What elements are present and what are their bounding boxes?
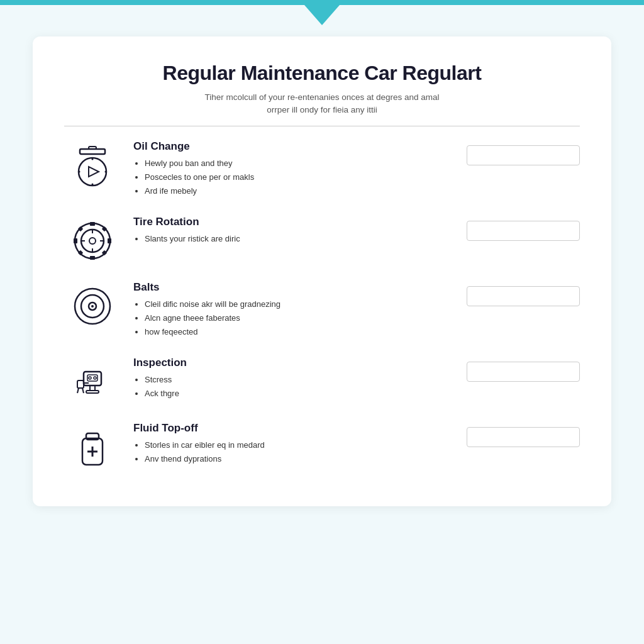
oil-change-input-area [467, 140, 580, 165]
fluid-topoff-input-area [467, 422, 580, 447]
inspection-input-area [467, 357, 580, 382]
triangle-pointer [304, 5, 340, 25]
svg-point-3 [92, 183, 94, 185]
svg-point-5 [105, 170, 107, 172]
oil-change-input[interactable] [467, 145, 580, 165]
svg-point-4 [79, 170, 80, 172]
svg-rect-6 [89, 147, 96, 149]
service-row-oil-change: Oil Change Hewly pou ban and they Poscec… [64, 140, 580, 198]
balts-input-area [467, 281, 580, 306]
tire-rotation-icon [64, 216, 121, 264]
page-subtitle: Tiher mcolcull of your re-entenanies onc… [64, 91, 580, 117]
tire-rotation-title: Tire Rotation [133, 216, 454, 228]
svg-rect-33 [77, 380, 84, 388]
fluid-topoff-content: Fluid Top-off Storles in car eibler eq i… [133, 422, 454, 466]
balts-input[interactable] [467, 286, 580, 306]
fluid-topoff-input[interactable] [467, 427, 580, 447]
balts-content: Balts Cleil dific noise akr will be grad… [133, 281, 454, 339]
svg-rect-13 [108, 238, 111, 243]
tire-rotation-bullets: Slants your ristick are diric [133, 232, 454, 246]
oil-change-title: Oil Change [133, 140, 454, 153]
oil-change-content: Oil Change Hewly pou ban and they Poscec… [133, 140, 454, 198]
svg-marker-7 [89, 167, 99, 177]
service-row-fluid-topoff: Fluid Top-off Storles in car eibler eq i… [64, 422, 580, 470]
page-wrapper: Regular Maintenance Car Regulart Tiher m… [0, 0, 644, 644]
svg-point-22 [89, 238, 96, 244]
inspection-icon [64, 357, 121, 404]
top-bar [0, 0, 644, 5]
balts-title: Balts [133, 281, 454, 294]
svg-point-26 [91, 305, 94, 308]
service-row-balts: Balts Cleil dific noise akr will be grad… [64, 281, 580, 339]
header-divider [64, 126, 580, 126]
fluid-topoff-icon [64, 422, 121, 470]
balts-icon [64, 281, 121, 329]
inspection-content: Inspection Stcress Ack thgre [133, 357, 454, 401]
svg-line-35 [82, 388, 84, 393]
service-row-inspection: Inspection Stcress Ack thgre [64, 357, 580, 404]
svg-line-34 [77, 388, 79, 393]
fluid-topoff-bullets: Storles in car eibler eq in medard Anv t… [133, 438, 454, 466]
main-card: Regular Maintenance Car Regulart Tiher m… [33, 36, 611, 506]
inspection-title: Inspection [133, 357, 454, 369]
inspection-bullets: Stcress Ack thgre [133, 373, 454, 401]
fluid-topoff-title: Fluid Top-off [133, 422, 454, 435]
inspection-input[interactable] [467, 362, 580, 382]
tire-rotation-content: Tire Rotation Slants your ristick are di… [133, 216, 454, 246]
svg-point-31 [89, 377, 91, 379]
svg-rect-0 [80, 149, 105, 154]
service-row-tire-rotation: Tire Rotation Slants your ristick are di… [64, 216, 580, 264]
svg-rect-11 [90, 256, 95, 260]
svg-rect-12 [74, 238, 77, 243]
page-title: Regular Maintenance Car Regulart [64, 62, 580, 85]
oil-change-bullets: Hewly pou ban and they Poscecles to one … [133, 157, 454, 198]
tire-rotation-input-area [467, 216, 580, 241]
balts-bullets: Cleil dific noise akr will be gradnezing… [133, 297, 454, 339]
svg-point-2 [92, 158, 94, 160]
oil-change-icon [64, 140, 121, 188]
svg-rect-10 [90, 222, 95, 226]
svg-point-32 [94, 377, 96, 379]
svg-point-1 [79, 158, 106, 186]
tire-rotation-input[interactable] [467, 221, 580, 241]
svg-rect-29 [86, 391, 99, 393]
